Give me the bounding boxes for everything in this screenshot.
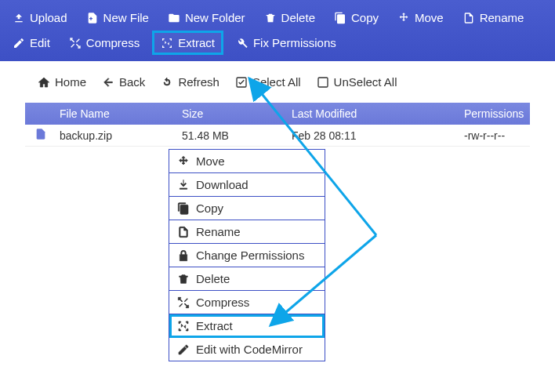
extract-icon (161, 37, 173, 49)
new-file-icon (86, 12, 99, 24)
move-icon (177, 155, 190, 168)
context-copy-label: Copy (196, 201, 223, 215)
col-modified-header[interactable]: Last Modified (292, 107, 464, 120)
context-compress[interactable]: Compress (169, 291, 325, 314)
move-label: Move (415, 11, 444, 24)
unselect-all-button[interactable]: UnSelect All (310, 72, 404, 92)
context-change-permissions[interactable]: Change Permissions (169, 244, 325, 267)
context-download[interactable]: Download (169, 173, 325, 197)
home-label: Home (55, 75, 86, 89)
rename-icon (462, 12, 475, 24)
fix-permissions-button[interactable]: Fix Permissions (230, 31, 343, 55)
lock-icon (177, 249, 190, 262)
refresh-button[interactable]: Refresh (154, 72, 226, 92)
context-delete[interactable]: Delete (169, 267, 325, 291)
back-icon (102, 76, 114, 89)
table-header: File Name Size Last Modified Permissions (25, 103, 530, 125)
fix-permissions-label: Fix Permissions (253, 36, 336, 49)
edit-icon (177, 343, 190, 356)
refresh-label: Refresh (178, 75, 219, 89)
context-delete-label: Delete (196, 272, 230, 285)
compress-button[interactable]: Compress (63, 31, 146, 55)
wrench-icon (236, 37, 248, 49)
home-icon (38, 76, 50, 89)
context-compress-label: Compress (196, 296, 249, 309)
move-button[interactable]: Move (391, 8, 450, 27)
select-all-button[interactable]: Select All (229, 72, 307, 92)
select-all-label: Select All (252, 75, 301, 89)
upload-icon (13, 12, 25, 24)
file-permissions-cell: -rw-r--r-- (464, 129, 530, 142)
context-menu: Move Download Copy Rename Change Permiss… (169, 149, 325, 361)
context-chperm-label: Change Permissions (196, 249, 304, 262)
back-button[interactable]: Back (96, 72, 151, 92)
move-icon (397, 12, 410, 24)
rename-label: Rename (480, 11, 524, 24)
context-move-label: Move (196, 154, 225, 168)
delete-label: Delete (281, 11, 315, 24)
trash-icon (264, 12, 277, 24)
context-extract-label: Extract (196, 319, 233, 332)
download-icon (177, 179, 190, 191)
main-toolbar: Upload New File New Folder Delete Copy M… (0, 0, 555, 61)
home-button[interactable]: Home (31, 72, 92, 92)
edit-icon (13, 37, 25, 49)
checkbox-checked-icon (235, 76, 248, 89)
rename-button[interactable]: Rename (456, 8, 531, 27)
back-label: Back (119, 75, 145, 89)
extract-icon (177, 320, 190, 332)
copy-label: Copy (351, 11, 379, 24)
edit-button[interactable]: Edit (6, 31, 56, 55)
context-rename-label: Rename (196, 225, 241, 238)
extract-button[interactable]: Extract (152, 31, 223, 55)
file-modified-cell: Feb 28 08:11 (292, 129, 464, 142)
refresh-icon (161, 76, 173, 89)
action-bar: Home Back Refresh Select All UnSelect Al… (0, 61, 555, 100)
compress-label: Compress (86, 36, 140, 49)
context-editcm-label: Edit with CodeMirror (196, 343, 303, 356)
delete-button[interactable]: Delete (258, 8, 321, 27)
context-move[interactable]: Move (169, 150, 325, 173)
context-copy[interactable]: Copy (169, 197, 325, 220)
compress-icon (69, 37, 82, 49)
col-name-header[interactable]: File Name (56, 107, 182, 120)
new-file-label: New File (103, 11, 149, 24)
trash-icon (177, 273, 190, 285)
upload-button[interactable]: Upload (6, 8, 74, 27)
file-size-cell: 51.48 MB (182, 129, 292, 142)
edit-label: Edit (30, 36, 50, 49)
col-permissions-header[interactable]: Permissions (464, 107, 530, 120)
col-size-header[interactable]: Size (182, 107, 292, 120)
copy-icon (334, 12, 346, 24)
compress-icon (177, 296, 190, 309)
new-folder-button[interactable]: New Folder (161, 8, 252, 27)
file-icon (34, 128, 47, 140)
context-edit-codemirror[interactable]: Edit with CodeMirror (169, 338, 325, 361)
context-rename[interactable]: Rename (169, 220, 325, 244)
rename-icon (177, 226, 190, 238)
new-folder-label: New Folder (185, 11, 245, 24)
copy-button[interactable]: Copy (328, 8, 385, 27)
extract-label: Extract (178, 36, 215, 49)
file-name-cell: backup.zip (56, 129, 182, 142)
checkbox-empty-icon (317, 76, 329, 89)
context-download-label: Download (196, 178, 248, 191)
folder-icon (168, 12, 180, 24)
copy-icon (177, 202, 190, 215)
file-table: File Name Size Last Modified Permissions… (25, 103, 530, 147)
table-row[interactable]: backup.zip 51.48 MB Feb 28 08:11 -rw-r--… (25, 125, 530, 147)
new-file-button[interactable]: New File (80, 8, 155, 27)
unselect-all-label: UnSelect All (334, 75, 397, 89)
context-extract[interactable]: Extract (169, 314, 325, 338)
upload-label: Upload (30, 11, 67, 24)
